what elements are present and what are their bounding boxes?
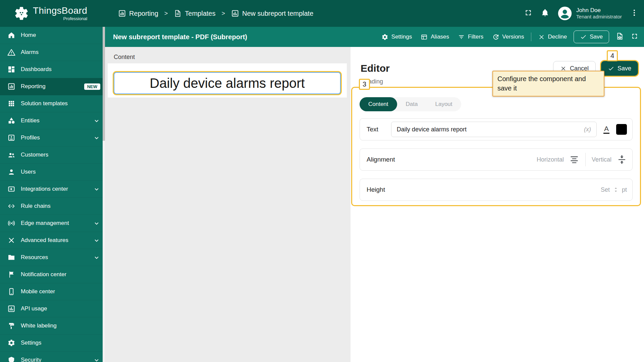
sidebar-item-integrations-center[interactable]: Integrations center <box>0 181 105 198</box>
paint-icon <box>7 322 15 330</box>
sidebar-item-mobile-center[interactable]: Mobile center <box>0 283 105 300</box>
avatar <box>557 6 572 21</box>
sidebar-item-profiles[interactable]: Profiles <box>0 129 105 146</box>
decline-button[interactable]: Decline <box>538 34 567 41</box>
chevron-down-icon <box>93 117 100 124</box>
toolbar-fullscreen-button[interactable] <box>631 32 639 42</box>
height-field-label: Height <box>367 186 385 193</box>
settings-button[interactable]: Settings <box>381 34 412 41</box>
sidebar-item-security[interactable]: Security <box>0 352 105 362</box>
sidebar-scrollbar-thumb[interactable] <box>103 27 105 141</box>
mobile-icon <box>7 288 15 296</box>
editor-panel: Editor Cancel Save Heading Cont <box>351 47 644 362</box>
entity-toolbar: New subreport template - PDF (Subreport)… <box>105 27 644 47</box>
versions-button[interactable]: Versions <box>492 34 524 41</box>
alignment-field-row: Alignment Horizontal Vertical <box>360 148 633 171</box>
height-stepper[interactable] <box>612 186 619 193</box>
sidebar-item-customers[interactable]: Customers <box>0 146 105 164</box>
report-content-card: Daily device alarms report <box>108 63 347 98</box>
reporting-icon <box>7 82 15 90</box>
export-preview-icon <box>616 32 624 40</box>
vertical-align-center-icon <box>617 155 627 165</box>
app-logo[interactable]: ThingsBoard Professional <box>13 5 87 21</box>
chevron-down-icon <box>93 237 100 244</box>
profiles-icon <box>7 134 15 142</box>
breadcrumb-item-reporting[interactable]: Reporting <box>118 9 158 17</box>
fullscreen-button[interactable] <box>524 8 533 18</box>
fx-toggle[interactable]: (x) <box>584 126 591 133</box>
toolbar-save-button[interactable]: Save <box>574 31 609 43</box>
horizontal-align-button[interactable] <box>569 155 579 165</box>
gear-icon <box>7 339 15 347</box>
sidebar-item-alarms[interactable]: Alarms <box>0 44 105 61</box>
vertical-label: Vertical <box>592 156 611 163</box>
editor-save-button[interactable]: Save <box>601 61 638 76</box>
reporting-icon <box>118 9 126 17</box>
sidebar-item-notification-center[interactable]: Notification center <box>0 266 105 283</box>
vertical-align-button[interactable] <box>617 155 627 165</box>
breadcrumb-item-templates[interactable]: Templates <box>174 9 215 17</box>
edge-icon <box>7 219 15 227</box>
report-canvas: Content Daily device alarms report <box>105 47 351 362</box>
tab-layout[interactable]: Layout <box>426 97 461 111</box>
aliases-button[interactable]: Aliases <box>421 34 449 41</box>
sidebar-item-reporting[interactable]: ReportingNEW <box>0 78 105 95</box>
sidebar: HomeAlarmsDashboardsReportingNEWSolution… <box>0 27 105 362</box>
export-pdf-button[interactable] <box>616 32 624 42</box>
editor-title: Editor <box>361 62 390 74</box>
page-title: New subreport template - PDF (Subreport) <box>113 33 247 41</box>
sidebar-item-api-usage[interactable]: API usage <box>0 300 105 317</box>
step-3-badge: 3 <box>359 79 370 90</box>
alignment-field-label: Alignment <box>367 156 395 163</box>
tab-content[interactable]: Content <box>360 97 397 111</box>
chevron-down-icon <box>93 134 100 141</box>
templates-icon <box>174 9 182 17</box>
breadcrumb: Reporting>Templates>New subreport templa… <box>118 9 313 17</box>
font-color-button[interactable]: A <box>603 125 609 134</box>
color-swatch-button[interactable] <box>616 124 627 135</box>
alignment-divider <box>585 153 586 166</box>
text-input-value: Daily device alarms report <box>397 126 467 133</box>
toolbar-actions: SettingsAliasesFiltersVersions <box>381 34 524 41</box>
sidebar-item-entities[interactable]: Entities <box>0 112 105 129</box>
fullscreen-icon <box>631 32 639 40</box>
sidebar-item-edge-management[interactable]: Edge management <box>0 215 105 232</box>
user-role: Tenant administrator <box>576 14 622 20</box>
unfold-more-icon <box>612 186 619 193</box>
bell-icon <box>541 8 549 17</box>
height-input[interactable]: Set <box>601 186 610 193</box>
notifications-button[interactable] <box>541 8 549 18</box>
heading-widget-text: Daily device alarms report <box>150 76 305 91</box>
sidebar-scrollbar[interactable] <box>103 27 105 362</box>
sidebar-item-white-labeling[interactable]: White labeling <box>0 317 105 335</box>
tab-data[interactable]: Data <box>397 97 427 111</box>
sidebar-item-users[interactable]: Users <box>0 164 105 181</box>
sidebar-item-settings[interactable]: Settings <box>0 335 105 352</box>
height-field-row: Height Set pt <box>360 179 633 201</box>
history-icon <box>492 34 499 41</box>
breadcrumb-separator: > <box>164 10 168 17</box>
sidebar-item-dashboards[interactable]: Dashboards <box>0 61 105 78</box>
breadcrumb-item-new-subreport-template[interactable]: New subreport template <box>231 9 313 17</box>
resources-icon <box>7 253 15 261</box>
text-input[interactable]: Daily device alarms report (x) <box>391 122 597 137</box>
check-icon <box>580 34 587 40</box>
tools-icon <box>7 236 15 244</box>
editor-save-label: Save <box>618 65 631 72</box>
more-menu-button[interactable] <box>630 8 639 18</box>
chevron-down-icon <box>93 356 100 362</box>
notification-icon <box>7 270 15 279</box>
sidebar-menu: HomeAlarmsDashboardsReportingNEWSolution… <box>0 27 105 362</box>
sidebar-item-home[interactable]: Home <box>0 27 105 44</box>
user-menu[interactable]: John Doe Tenant administrator <box>557 6 622 21</box>
sidebar-item-solution-templates[interactable]: Solution templates <box>0 95 105 112</box>
brand-subtitle: Professional <box>33 16 87 21</box>
heading-widget[interactable]: Daily device alarms report <box>114 72 341 94</box>
sidebar-item-rule-chains[interactable]: Rule chains <box>0 198 105 215</box>
check-icon <box>608 65 614 72</box>
api-icon <box>231 9 239 17</box>
sidebar-item-advanced-features[interactable]: Advanced features <box>0 232 105 249</box>
sidebar-item-resources[interactable]: Resources <box>0 249 105 266</box>
filters-button[interactable]: Filters <box>458 34 483 41</box>
brand-text: ThingsBoard Professional <box>33 6 87 21</box>
